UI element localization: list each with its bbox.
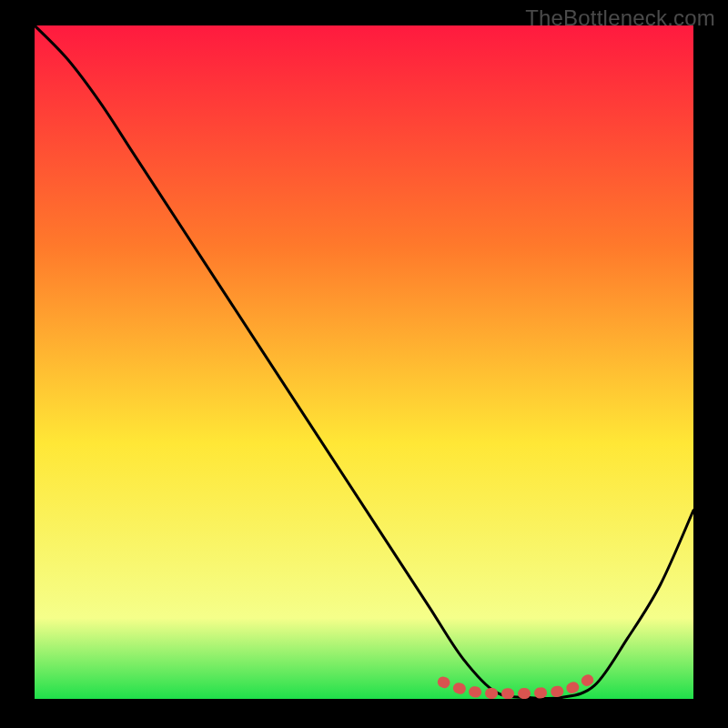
watermark-text: TheBottleneck.com xyxy=(525,5,715,31)
gradient-background xyxy=(35,25,693,699)
chart-frame: TheBottleneck.com xyxy=(0,0,728,728)
chart-plot-area xyxy=(35,25,693,699)
chart-svg xyxy=(35,25,693,699)
